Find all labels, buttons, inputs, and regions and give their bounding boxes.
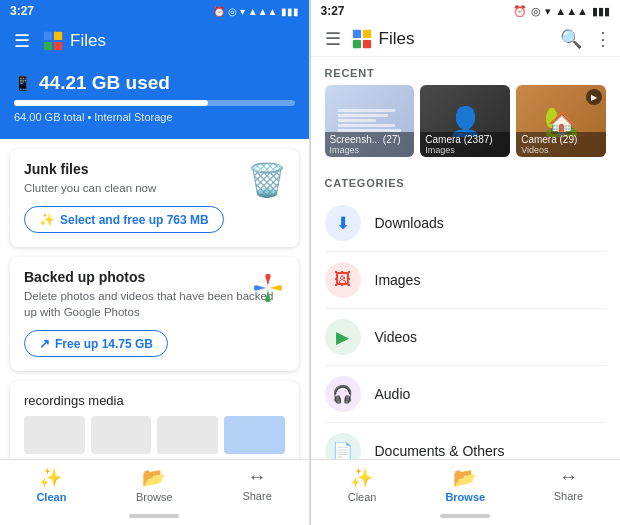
recent-section-label: RECENT bbox=[311, 57, 621, 85]
right-files-title: Files bbox=[379, 29, 415, 49]
photos-icon-area bbox=[249, 269, 287, 315]
right-nav-clean[interactable]: ✨ Clean bbox=[311, 466, 414, 503]
screenshot-info: Screensh... (27) Images bbox=[325, 132, 415, 157]
clean-nav-icon: ✨ bbox=[39, 466, 63, 489]
right-bottom-nav: ✨ Clean 📂 Browse ↔ Share bbox=[311, 459, 621, 507]
left-status-bar: 3:27 ⏰ ◎ ▾ ▲▲▲ ▮▮▮ bbox=[0, 0, 309, 22]
files-logo-icon bbox=[42, 30, 64, 52]
screenshot-name: Screensh... (27) bbox=[330, 134, 410, 145]
junk-card-title: Junk files bbox=[24, 161, 285, 177]
recording-thumb-3 bbox=[157, 416, 218, 454]
recording-thumb-4 bbox=[224, 416, 285, 454]
left-nav-share[interactable]: ↔ Share bbox=[206, 466, 309, 503]
browse-nav-icon: 📂 bbox=[142, 466, 166, 489]
left-files-title: Files bbox=[70, 31, 106, 51]
audio-icon-circle: 🎧 bbox=[325, 376, 361, 412]
left-hamburger-icon[interactable]: ☰ bbox=[14, 30, 30, 52]
camera-videos-name: Camera (29) bbox=[521, 134, 601, 145]
more-options-icon[interactable]: ⋮ bbox=[594, 28, 612, 50]
storage-detail: 64.00 GB total • Internal Storage bbox=[14, 111, 295, 123]
right-browse-nav-label: Browse bbox=[445, 491, 485, 503]
photos-free-button[interactable]: ↗ Free up 14.75 GB bbox=[24, 330, 168, 357]
recordings-title: recordings media bbox=[24, 393, 285, 408]
external-link-icon: ↗ bbox=[39, 336, 50, 351]
svg-rect-2 bbox=[44, 42, 52, 50]
clean-nav-label: Clean bbox=[36, 491, 66, 503]
left-title-area: Files bbox=[42, 30, 106, 52]
documents-icon-circle: 📄 bbox=[325, 433, 361, 459]
right-title-area: Files bbox=[351, 28, 561, 50]
categories-list: ⬇ Downloads 🖼 Images ▶ Videos 🎧 bbox=[311, 195, 621, 459]
category-downloads[interactable]: ⬇ Downloads bbox=[325, 195, 607, 252]
left-home-indicator bbox=[129, 514, 179, 518]
right-share-nav-label: Share bbox=[554, 490, 583, 502]
search-icon[interactable]: 🔍 bbox=[560, 28, 582, 50]
videos-label: Videos bbox=[375, 329, 418, 345]
right-home-indicator bbox=[440, 514, 490, 518]
category-audio[interactable]: 🎧 Audio bbox=[325, 366, 607, 423]
right-back-bar bbox=[311, 507, 621, 525]
right-nav-share[interactable]: ↔ Share bbox=[517, 466, 620, 503]
category-documents[interactable]: 📄 Documents & Others bbox=[325, 423, 607, 459]
right-panel: 3:27 ⏰ ◎ ▾ ▲▲▲ ▮▮▮ ☰ Files 🔍 ⋮ RECENT bbox=[311, 0, 621, 525]
images-icon: 🖼 bbox=[334, 270, 351, 290]
svg-rect-3 bbox=[54, 42, 62, 50]
left-app-header: ☰ Files bbox=[0, 22, 309, 62]
camera-videos-info: Camera (29) Videos bbox=[516, 132, 606, 157]
screen-lines bbox=[338, 109, 401, 134]
recent-item-camera-images[interactable]: 👤 Camera (2387) Images bbox=[420, 85, 510, 157]
camera-videos-type: Videos bbox=[521, 145, 601, 155]
camera-images-info: Camera (2387) Images bbox=[420, 132, 510, 157]
share-nav-label: Share bbox=[242, 490, 271, 502]
recent-item-camera-videos[interactable]: 🏡 ▶ Camera (29) Videos bbox=[516, 85, 606, 157]
categories-section-label: CATEGORIES bbox=[311, 167, 621, 195]
junk-card-desc: Clutter you can clean now bbox=[24, 180, 285, 196]
browse-nav-label: Browse bbox=[136, 491, 173, 503]
images-label: Images bbox=[375, 272, 421, 288]
right-status-bar: 3:27 ⏰ ◎ ▾ ▲▲▲ ▮▮▮ bbox=[311, 0, 621, 22]
left-back-bar bbox=[0, 507, 309, 525]
share-nav-icon: ↔ bbox=[248, 466, 267, 488]
play-button-icon: ▶ bbox=[586, 89, 602, 105]
svg-rect-0 bbox=[44, 32, 52, 40]
left-panel: 3:27 ⏰ ◎ ▾ ▲▲▲ ▮▮▮ ☰ Files 📱 44.21 GB us… bbox=[0, 0, 310, 525]
right-browse-nav-icon: 📂 bbox=[453, 466, 477, 489]
right-status-icons: ⏰ ◎ ▾ ▲▲▲ ▮▮▮ bbox=[513, 5, 610, 18]
documents-label: Documents & Others bbox=[375, 443, 505, 459]
storage-bar-fill bbox=[14, 100, 208, 106]
recent-item-screenshots[interactable]: Screensh... (27) Images bbox=[325, 85, 415, 157]
sparkle-icon: ✨ bbox=[39, 212, 55, 227]
right-hamburger-icon[interactable]: ☰ bbox=[325, 28, 341, 50]
camera-images-name: Camera (2387) bbox=[425, 134, 505, 145]
right-nav-browse[interactable]: 📂 Browse bbox=[414, 466, 517, 503]
storage-used-label: 📱 44.21 GB used bbox=[14, 72, 295, 94]
documents-icon: 📄 bbox=[332, 441, 353, 460]
downloads-icon: ⬇ bbox=[336, 213, 350, 234]
photos-card-title: Backed up photos bbox=[24, 269, 285, 285]
audio-icon: 🎧 bbox=[332, 384, 353, 405]
left-bottom-nav: ✨ Clean 📂 Browse ↔ Share bbox=[0, 459, 309, 507]
svg-rect-4 bbox=[352, 30, 360, 38]
backed-photos-card: Backed up photos Delete photos and video… bbox=[10, 257, 299, 371]
category-images[interactable]: 🖼 Images bbox=[325, 252, 607, 309]
left-nav-browse[interactable]: 📂 Browse bbox=[103, 466, 206, 503]
right-share-nav-icon: ↔ bbox=[559, 466, 578, 488]
videos-icon-circle: ▶ bbox=[325, 319, 361, 355]
right-files-logo-icon bbox=[351, 28, 373, 50]
recording-thumb-1 bbox=[24, 416, 85, 454]
right-app-header: ☰ Files 🔍 ⋮ bbox=[311, 22, 621, 57]
right-time: 3:27 bbox=[321, 4, 345, 18]
downloads-icon-circle: ⬇ bbox=[325, 205, 361, 241]
videos-icon: ▶ bbox=[336, 327, 349, 348]
google-photos-icon bbox=[249, 278, 287, 314]
svg-rect-7 bbox=[362, 40, 370, 48]
junk-free-button[interactable]: ✨ Select and free up 763 MB bbox=[24, 206, 224, 233]
right-main-content: RECENT Screensh... (27) Images bbox=[311, 57, 621, 459]
camera-images-type: Images bbox=[425, 145, 505, 155]
recording-thumb-2 bbox=[91, 416, 152, 454]
cards-area: 🗑️ Junk files Clutter you can clean now … bbox=[0, 139, 309, 459]
images-icon-circle: 🖼 bbox=[325, 262, 361, 298]
screenshot-type: Images bbox=[330, 145, 410, 155]
category-videos[interactable]: ▶ Videos bbox=[325, 309, 607, 366]
left-nav-clean[interactable]: ✨ Clean bbox=[0, 466, 103, 503]
